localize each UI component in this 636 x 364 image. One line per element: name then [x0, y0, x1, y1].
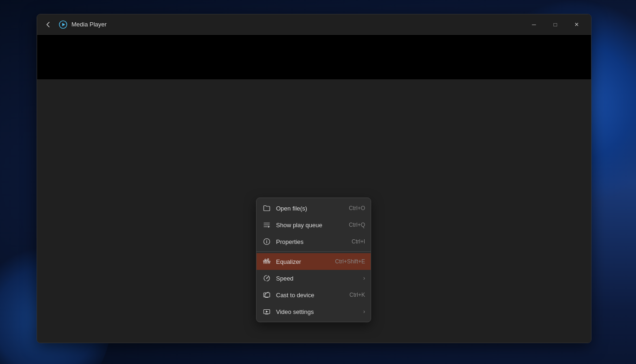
speed-label: Speed — [276, 275, 361, 282]
equalizer-icon — [262, 257, 271, 266]
content-area: Open file(s) Ctrl+O Show play queue Ctrl… — [37, 79, 591, 343]
folder-icon — [262, 204, 271, 213]
close-button[interactable]: ✕ — [566, 17, 587, 32]
maximize-button[interactable]: □ — [545, 17, 566, 32]
svg-point-18 — [269, 261, 270, 262]
menu-divider — [257, 251, 371, 252]
minimize-button[interactable]: ─ — [523, 17, 545, 32]
window-controls: ─ □ ✕ — [523, 17, 587, 32]
menu-item-speed[interactable]: Speed › — [257, 270, 371, 287]
menu-item-cast-to-device[interactable]: Cast to device Ctrl+K — [257, 287, 371, 303]
video-settings-label: Video settings — [276, 308, 361, 315]
menu-item-properties[interactable]: Properties Ctrl+I — [257, 233, 371, 250]
cast-icon — [262, 290, 271, 300]
svg-point-14 — [263, 261, 265, 262]
show-play-queue-label: Show play queue — [276, 222, 345, 229]
media-player-window: Media Player ─ □ ✕ Open file(s) Ctrl+O — [37, 14, 591, 343]
svg-point-20 — [266, 278, 267, 279]
svg-point-17 — [268, 259, 269, 260]
speed-arrow-icon: › — [363, 275, 365, 281]
video-settings-icon — [262, 307, 271, 316]
svg-point-24 — [264, 296, 265, 297]
svg-point-16 — [266, 260, 268, 262]
window-title: Media Player — [71, 21, 523, 28]
video-settings-arrow-icon: › — [363, 308, 365, 315]
equalizer-shortcut: Ctrl+Shift+E — [335, 258, 365, 265]
menu-item-video-settings[interactable]: Video settings › — [257, 303, 371, 320]
open-files-shortcut: Ctrl+O — [349, 205, 365, 211]
queue-icon — [262, 220, 271, 230]
menu-item-open-files[interactable]: Open file(s) Ctrl+O — [257, 200, 371, 217]
video-area — [37, 35, 591, 79]
context-menu: Open file(s) Ctrl+O Show play queue Ctrl… — [256, 198, 371, 322]
equalizer-label: Equalizer — [276, 258, 331, 265]
svg-point-8 — [266, 240, 267, 241]
titlebar: Media Player ─ □ ✕ — [37, 14, 591, 35]
app-icon — [58, 20, 68, 29]
speed-icon — [262, 274, 271, 283]
cast-to-device-shortcut: Ctrl+K — [349, 292, 365, 298]
open-files-label: Open file(s) — [276, 205, 345, 212]
back-button[interactable] — [41, 17, 56, 32]
svg-marker-5 — [268, 226, 270, 228]
svg-marker-1 — [62, 23, 65, 26]
cast-to-device-label: Cast to device — [276, 292, 346, 299]
properties-shortcut: Ctrl+I — [352, 238, 365, 245]
menu-item-show-play-queue[interactable]: Show play queue Ctrl+Q — [257, 217, 371, 233]
svg-point-15 — [265, 259, 266, 261]
properties-label: Properties — [276, 238, 348, 245]
menu-item-equalizer[interactable]: Equalizer Ctrl+Shift+E — [257, 253, 371, 270]
show-play-queue-shortcut: Ctrl+Q — [349, 222, 365, 228]
info-icon — [262, 237, 271, 246]
svg-marker-28 — [266, 311, 268, 313]
